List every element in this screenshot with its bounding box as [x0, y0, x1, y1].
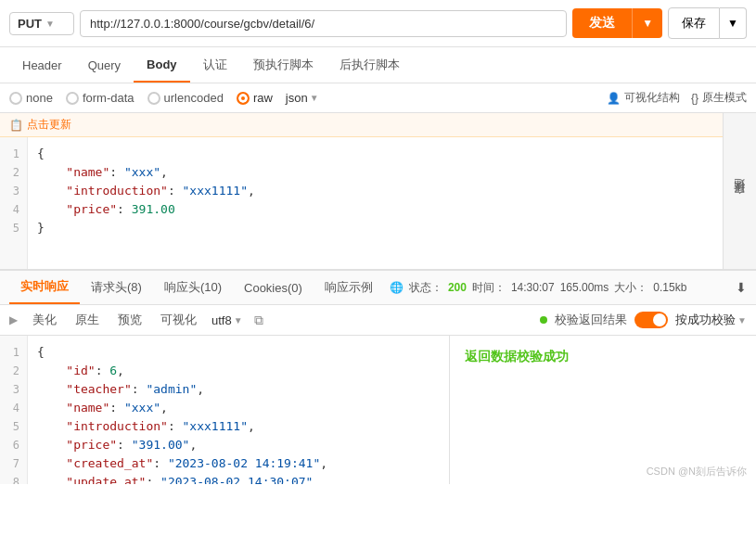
update-banner[interactable]: 📋 点击更新: [0, 113, 723, 137]
method-label: PUT: [18, 17, 42, 31]
dot-indicator: [540, 316, 547, 324]
resp-line-5: "introduction": "xxx1111",: [37, 417, 440, 436]
response-body-area: 1 2 3 4 5 6 7 8 9 { "id": 6, "teacher": …: [0, 336, 756, 484]
expand-icon[interactable]: ▶: [9, 313, 18, 326]
resp-code-content: { "id": 6, "teacher": "admin", "name": "…: [28, 336, 449, 484]
status-label: 状态：: [409, 280, 442, 296]
struct-btn[interactable]: 👤 可视化结构: [607, 90, 680, 106]
line-numbers: 1 2 3 4 5: [0, 137, 28, 269]
resp-tab-cookies[interactable]: Cookies(0): [233, 274, 314, 302]
resp-line-8: "update_at": "2023-08-02 14:30:07": [37, 473, 440, 484]
fmt-btn-beautify[interactable]: 美化: [29, 310, 60, 330]
json-select[interactable]: json ▼: [286, 91, 319, 105]
encoding-arrow: ▼: [234, 315, 243, 326]
save-dropdown-button[interactable]: ▼: [720, 7, 747, 39]
validate-label: 校验返回结果: [555, 312, 627, 328]
brace-icon: {}: [691, 92, 698, 105]
code-area: 📋 点击更新 1 2 3 4 5 { "name": "xxx", "intro…: [0, 113, 723, 269]
globe-icon: 🌐: [390, 281, 404, 294]
fmt-btn-raw[interactable]: 原生: [71, 310, 103, 330]
validate-section: 校验返回结果 按成功校验 ▼: [540, 312, 747, 328]
raw-mode-btn[interactable]: {} 原生模式: [691, 90, 747, 106]
side-arrow-icon: «: [737, 178, 744, 193]
send-button[interactable]: 发送: [572, 8, 632, 38]
json-arrow: ▼: [310, 93, 319, 103]
size-value: 0.15kb: [653, 281, 686, 294]
toggle-switch[interactable]: [634, 312, 668, 328]
download-icon[interactable]: ⬇: [736, 280, 747, 295]
validate-success-msg: 返回数据校验成功: [465, 349, 741, 365]
encoding-select[interactable]: utf8 ▼: [211, 313, 243, 327]
resp-line-6: "price": "391.00",: [37, 436, 440, 454]
toggle-knob: [653, 313, 666, 326]
duration-value: 165.00ms: [560, 281, 609, 294]
tab-post-script[interactable]: 后执行脚本: [327, 47, 413, 83]
side-panel-label: 字段描述: [732, 197, 748, 204]
time-value: 14:30:07: [511, 281, 555, 294]
copy-icon[interactable]: ⧉: [254, 313, 263, 328]
body-options-right: 👤 可视化结构 {} 原生模式: [607, 90, 747, 106]
status-code: 200: [448, 281, 467, 294]
response-left: 1 2 3 4 5 6 7 8 9 { "id": 6, "teacher": …: [0, 336, 450, 484]
method-select[interactable]: PUT ▼: [9, 12, 74, 35]
resp-line-1: {: [37, 343, 440, 362]
resp-tab-request-headers[interactable]: 请求头(8): [80, 272, 153, 303]
method-arrow: ▼: [45, 19, 55, 29]
save-button[interactable]: 保存: [668, 7, 720, 39]
send-button-group: 发送 ▼: [572, 8, 662, 38]
resp-tab-examples[interactable]: 响应示例: [314, 272, 384, 303]
fmt-btn-preview[interactable]: 预览: [114, 310, 146, 330]
code-editor[interactable]: 1 2 3 4 5 { "name": "xxx", "introduction…: [0, 137, 723, 269]
side-panel[interactable]: « 字段描述: [723, 113, 756, 269]
resp-format-row: ▶ 美化 原生 预览 可视化 utf8 ▼ ⧉ 校验返回结果 按成功校验 ▼: [0, 305, 756, 336]
radio-form-data[interactable]: form-data: [66, 91, 135, 105]
watermark: CSDN @N刻后告诉你: [647, 465, 747, 479]
response-right: 返回数据校验成功: [450, 336, 756, 484]
fmt-btn-visual[interactable]: 可视化: [157, 310, 200, 330]
code-line-3: "introduction": "xxx1111",: [37, 182, 713, 200]
tabs-row: Header Query Body 认证 预执行脚本 后执行脚本: [0, 47, 756, 83]
resp-meta: 🌐 状态： 200 时间： 14:30:07 165.00ms 大小： 0.15…: [390, 280, 686, 296]
response-tabs-row: 实时响应 请求头(8) 响应头(10) Cookies(0) 响应示例 🌐 状态…: [0, 271, 756, 305]
resp-line-2: "id": 6,: [37, 362, 440, 380]
struct-icon: 👤: [607, 92, 621, 105]
validate-arrow: ▼: [737, 315, 747, 326]
code-line-4: "price": 391.00: [37, 200, 713, 219]
resp-line-3: "teacher": "admin",: [37, 380, 440, 399]
tab-pre-script[interactable]: 预执行脚本: [240, 47, 327, 83]
resp-line-numbers: 1 2 3 4 5 6 7 8 9: [0, 336, 28, 484]
code-content[interactable]: { "name": "xxx", "introduction": "xxx111…: [28, 137, 723, 269]
update-icon: 📋: [9, 119, 23, 132]
time-label: 时间：: [472, 280, 506, 296]
radio-urlencoded[interactable]: urlencoded: [147, 91, 224, 105]
save-button-group: 保存 ▼: [668, 7, 747, 39]
tab-body[interactable]: Body: [134, 48, 190, 83]
resp-line-4: "name": "xxx",: [37, 399, 440, 417]
tab-query[interactable]: Query: [75, 49, 134, 82]
send-dropdown-button[interactable]: ▼: [632, 8, 662, 38]
radio-raw[interactable]: raw: [237, 91, 273, 105]
body-options-row: none form-data urlencoded raw json ▼ 👤 可…: [0, 83, 756, 113]
resp-line-7: "created_at": "2023-08-02 14:19:41",: [37, 454, 440, 473]
resp-tab-realtime[interactable]: 实时响应: [9, 271, 80, 304]
code-line-1: {: [37, 145, 713, 163]
code-line-5: }: [37, 219, 713, 237]
radio-none[interactable]: none: [9, 91, 53, 105]
editor-section: 📋 点击更新 1 2 3 4 5 { "name": "xxx", "intro…: [0, 113, 756, 271]
tab-header[interactable]: Header: [9, 49, 75, 82]
validate-dropdown[interactable]: 按成功校验 ▼: [675, 312, 747, 328]
tab-auth[interactable]: 认证: [190, 47, 240, 83]
code-line-2: "name": "xxx",: [37, 163, 713, 182]
top-bar: PUT ▼ 发送 ▼ 保存 ▼: [0, 0, 756, 47]
size-label: 大小：: [614, 280, 647, 296]
resp-tab-response-headers[interactable]: 响应头(10): [153, 272, 233, 303]
url-input[interactable]: [80, 10, 567, 37]
